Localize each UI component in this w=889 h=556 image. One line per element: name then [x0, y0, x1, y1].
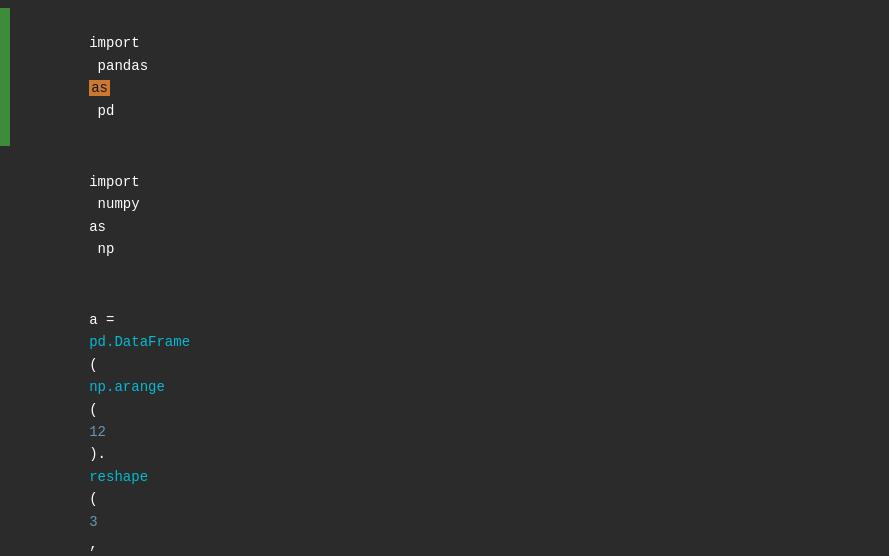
code-text: np: [89, 241, 114, 257]
number-12: 12: [89, 424, 106, 440]
code-text: (: [89, 402, 97, 418]
code-text: pandas: [89, 58, 156, 74]
code-text: (: [89, 491, 97, 507]
line-content-1: import pandas as pd: [8, 10, 156, 144]
code-line-3[interactable]: a = pd.DataFrame ( np.arange ( 12 ). res…: [0, 285, 889, 556]
func-dataframe: pd.DataFrame: [89, 334, 190, 350]
code-text: a =: [89, 312, 123, 328]
func-reshape: reshape: [89, 469, 148, 485]
code-line-2[interactable]: import numpy as np: [0, 146, 889, 284]
code-text: (: [89, 357, 97, 373]
code-text: ,: [89, 536, 106, 552]
keyword-import-2: import: [89, 174, 139, 190]
keyword-as-highlight: as: [89, 80, 110, 96]
app-container: import pandas as pd import numpy as np a…: [0, 0, 889, 556]
code-line-1[interactable]: import pandas as pd: [0, 8, 889, 146]
line-gutter-1: [0, 8, 10, 146]
code-text: numpy: [89, 196, 148, 212]
code-text: ).: [89, 446, 106, 462]
func-arange: np.arange: [89, 379, 165, 395]
keyword-import-1: import: [89, 35, 139, 51]
line-content-3: a = pd.DataFrame ( np.arange ( 12 ). res…: [8, 287, 190, 556]
code-editor[interactable]: import pandas as pd import numpy as np a…: [0, 0, 889, 556]
code-text: pd: [89, 103, 114, 119]
keyword-as-2: as: [89, 219, 106, 235]
number-3: 3: [89, 514, 97, 530]
line-content-2: import numpy as np: [8, 148, 148, 282]
